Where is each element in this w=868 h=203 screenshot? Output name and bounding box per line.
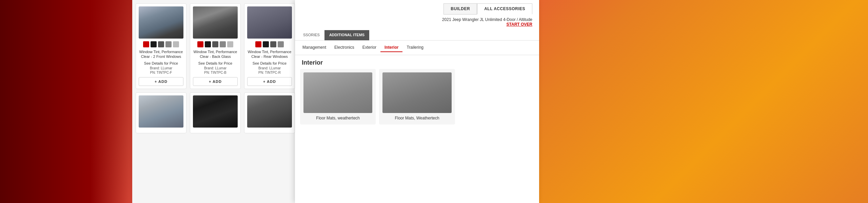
cat-tab-interior[interactable]: Interior bbox=[380, 43, 402, 52]
cat-tab-exterior[interactable]: Exterior bbox=[358, 43, 380, 52]
right-header: BUILDER ALL ACCESSORIES 2021 Jeep Wrangl… bbox=[295, 0, 539, 30]
background-left-overlay bbox=[0, 0, 129, 203]
accessories-nav: SSORIES ADDITIONAL ITEMS bbox=[295, 30, 539, 41]
product-card-floor-mat-left: Floor Mats, weathertech bbox=[300, 69, 376, 125]
cat-tab-management[interactable]: Management bbox=[298, 43, 330, 52]
swatch-medgray-back[interactable] bbox=[220, 41, 226, 47]
product-image-back-glass bbox=[193, 6, 238, 39]
swatch-red-back[interactable] bbox=[197, 41, 203, 47]
builder-panel: BUILDER ALL ACCESSORIES 2021 Jeep Wrangl… bbox=[295, 0, 539, 203]
start-over-link[interactable]: START OVER bbox=[507, 22, 532, 27]
tab-all-accessories[interactable]: ALL ACCESSORIES bbox=[477, 3, 532, 15]
swatch-black-rear[interactable] bbox=[263, 41, 269, 47]
product-brand-back: Brand: LLumar bbox=[193, 66, 238, 70]
product-image-floor-mat-right bbox=[382, 72, 451, 113]
product-image-front-window bbox=[139, 6, 183, 39]
swatch-medgray-front[interactable] bbox=[165, 41, 172, 47]
acc-tab-ssories[interactable]: SSORIES bbox=[298, 30, 324, 40]
color-swatches-back bbox=[193, 41, 238, 47]
product-card-back-glass: Window Tint, Performance Clear - Back Gl… bbox=[190, 3, 241, 89]
swatch-darkgray-back[interactable] bbox=[212, 41, 218, 47]
top-tab-row: BUILDER ALL ACCESSORIES bbox=[443, 3, 532, 15]
acc-tab-additional[interactable]: ADDITIONAL ITEMS bbox=[324, 30, 369, 40]
interior-product-grid: Floor Mats, weathertech Floor Mats, Weat… bbox=[295, 69, 539, 125]
swatch-red-rear[interactable] bbox=[255, 41, 261, 47]
product-image-side-shade bbox=[193, 95, 238, 128]
swatch-black-back[interactable] bbox=[205, 41, 211, 47]
product-name-floor-mat-right: Floor Mats, Weathertech bbox=[382, 116, 451, 121]
product-image-floor-mat-left bbox=[303, 72, 372, 113]
product-card-front-window: Window Tint, Performance Clear - 2 Front… bbox=[136, 3, 186, 89]
product-grid: Window Tint, Performance Clear - 2 Front… bbox=[132, 0, 298, 137]
product-price-back: See Details for Price bbox=[193, 61, 238, 65]
color-swatches-front bbox=[139, 41, 183, 47]
product-name-floor-mat-left: Floor Mats, weathertech bbox=[303, 116, 372, 121]
product-name-back: Window Tint, Performance Clear - Back Gl… bbox=[193, 49, 238, 60]
swatch-darkgray-front[interactable] bbox=[158, 41, 164, 47]
product-card-rear-window: Window Tint, Performance Clear - Rear Wi… bbox=[244, 3, 295, 89]
add-button-back[interactable]: + ADD bbox=[193, 77, 238, 86]
swatch-black-front[interactable] bbox=[151, 41, 157, 47]
product-name-rear: Window Tint, Performance Clear - Rear Wi… bbox=[247, 49, 292, 60]
tab-builder[interactable]: BUILDER bbox=[443, 3, 477, 15]
add-button-front[interactable]: + ADD bbox=[139, 77, 183, 86]
product-brand-rear: Brand: LLumar bbox=[247, 66, 292, 70]
product-card-rear-shade bbox=[244, 92, 295, 133]
product-name-front: Window Tint, Performance Clear - 2 Front… bbox=[139, 49, 183, 60]
product-image-rear-window bbox=[247, 6, 292, 39]
product-list-panel: Window Tint, Performance Clear - 2 Front… bbox=[132, 0, 298, 203]
section-title-interior: Interior bbox=[295, 55, 539, 69]
vehicle-name: 2021 Jeep Wrangler JL Unlimited 4-Door /… bbox=[442, 17, 532, 22]
product-price-rear: See Details for Price bbox=[247, 61, 292, 65]
product-card-floor-mat-right: Floor Mats, Weathertech bbox=[379, 69, 455, 125]
product-image-sunshade bbox=[139, 95, 183, 128]
category-tabs: Management Electronics Exterior Interior… bbox=[295, 41, 539, 55]
product-price-front: See Details for Price bbox=[139, 61, 183, 65]
color-swatches-rear bbox=[247, 41, 292, 47]
product-card-sunshade bbox=[136, 92, 186, 133]
product-pn-rear: PN: TINTPC-R bbox=[247, 71, 292, 74]
product-image-rear-shade bbox=[247, 95, 292, 128]
product-pn-front: PN: TINTPC-F bbox=[139, 71, 183, 74]
swatch-darkgray-rear[interactable] bbox=[270, 41, 276, 47]
swatch-red-front[interactable] bbox=[143, 41, 149, 47]
swatch-medgray-rear[interactable] bbox=[278, 41, 284, 47]
product-brand-front: Brand: LLumar bbox=[139, 66, 183, 70]
cat-tab-electronics[interactable]: Electronics bbox=[330, 43, 358, 52]
add-button-rear[interactable]: + ADD bbox=[247, 77, 292, 86]
swatch-lightgray-front[interactable] bbox=[173, 41, 179, 47]
product-pn-back: PN: TINTPC-B bbox=[193, 71, 238, 74]
product-card-side-shade bbox=[190, 92, 241, 133]
swatch-lightgray-back[interactable] bbox=[227, 41, 233, 47]
cat-tab-trailering[interactable]: Trailering bbox=[402, 43, 428, 52]
